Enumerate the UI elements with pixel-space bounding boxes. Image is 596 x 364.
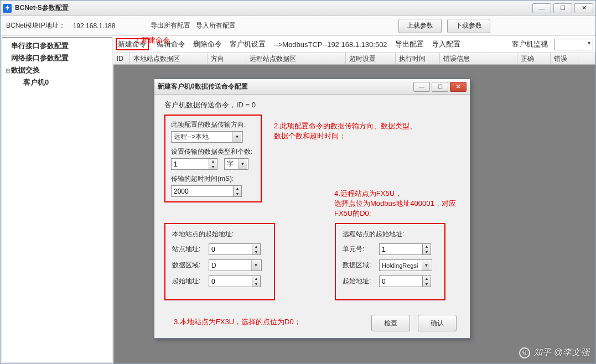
monitor-select[interactable] xyxy=(554,39,593,50)
export-all-link[interactable]: 导出所有配置 xyxy=(151,21,190,30)
dialog-maximize-button[interactable]: ☐ xyxy=(432,82,448,92)
ok-button[interactable]: 确认 xyxy=(418,315,457,331)
local-area-label: 数据区域: xyxy=(172,261,205,270)
ip-value: 192.168.1.188 xyxy=(73,22,116,30)
connection-info: -->ModbusTCP--192.168.1.130:502 xyxy=(273,40,387,49)
col-timeout: 超时设置 xyxy=(346,53,396,64)
annotation-4: 4.远程站点为FX5U， 选择点位为Modbus地址400001，对应FX5U的… xyxy=(334,189,462,219)
remote-header: 远程站点的起始地址: xyxy=(343,230,438,239)
type-label: 设置传输的数据类型和个数: xyxy=(171,147,255,157)
delete-command[interactable]: 删除命令 xyxy=(193,39,222,49)
timeout-down-icon[interactable]: ▼ xyxy=(234,191,241,197)
app-icon: ✦ xyxy=(3,4,12,13)
local-area-select[interactable]: D xyxy=(209,259,262,271)
direction-select[interactable]: 远程-->本地 xyxy=(171,131,243,143)
ip-label: BCNet模块IP地址： xyxy=(6,21,65,30)
dialog: 新建客户机0数据传送命令配置 — ☐ ✕ 客户机数据传送命令，ID = 0 此项… xyxy=(154,79,470,339)
local-header: 本地站点的起始地址: xyxy=(172,230,267,239)
collapse-icon[interactable]: ⊟ xyxy=(4,67,11,74)
dialog-minimize-button[interactable]: — xyxy=(413,82,430,92)
local-start-field[interactable] xyxy=(209,275,252,287)
window-title: BCNet-S参数配置 xyxy=(15,3,69,13)
download-button[interactable]: 下载参数 xyxy=(447,19,490,33)
remote-area-select[interactable]: HoldingRegsi xyxy=(379,259,432,271)
col-error: 错误 xyxy=(551,53,578,64)
monitor-label: 客户机监视 xyxy=(512,39,548,49)
remote-start-input[interactable]: ▲▼ xyxy=(379,275,432,287)
dialog-titlebar: 新建客户机0数据传送命令配置 — ☐ ✕ xyxy=(154,79,470,95)
dialog-title: 新建客户机0数据传送命令配置 xyxy=(158,82,248,91)
remote-unit-input[interactable]: ▲▼ xyxy=(379,243,432,255)
count-field[interactable] xyxy=(171,158,209,170)
dialog-caption: 客户机数据传送命令，ID = 0 xyxy=(164,100,460,110)
export-config[interactable]: 导出配置 xyxy=(395,39,424,49)
toolbar: BCNet模块IP地址： 192.168.1.188 导出所有配置 导入所有配置… xyxy=(1,16,595,36)
local-group: 本地站点的起始地址: 站点地址: ▲▼ 数据区域: D 起始地址: xyxy=(164,223,275,300)
close-button[interactable]: ✕ xyxy=(574,3,593,13)
count-down-icon[interactable]: ▼ xyxy=(209,164,217,170)
remote-unit-field[interactable] xyxy=(379,243,422,255)
watermark: 知 知乎 @李文强 xyxy=(519,347,589,358)
count-input[interactable]: ▲▼ xyxy=(171,158,219,170)
local-site-input[interactable]: ▲▼ xyxy=(209,243,262,255)
check-button[interactable]: 检查 xyxy=(371,315,410,331)
direction-group: 此项配置的数据传输方向: 远程-->本地 设置传输的数据类型和个数: ▲▼ 字 … xyxy=(164,115,262,202)
local-site-field[interactable] xyxy=(209,243,252,255)
sidebar-tree: 串行接口参数配置 网络接口参数配置 ⊟数据交换 客户机0 xyxy=(2,37,112,362)
annotation-1: 1.新建命令 xyxy=(135,35,170,45)
client-settings[interactable]: 客户机设置 xyxy=(230,39,266,49)
col-exec-time: 执行时间 xyxy=(396,53,440,64)
local-start-input[interactable]: ▲▼ xyxy=(209,275,262,287)
annotation-3: 3.本地站点为FX3U，选择的点位为D0； xyxy=(174,317,301,327)
dialog-close-button[interactable]: ✕ xyxy=(450,82,467,92)
remote-group: 远程站点的起始地址: 单元号: ▲▼ 数据区域: HoldingRegsi 起始… xyxy=(335,223,445,300)
remote-start-field[interactable] xyxy=(379,275,422,287)
timeout-up-icon[interactable]: ▲ xyxy=(234,186,241,191)
type-select[interactable]: 字 xyxy=(224,158,248,170)
local-site-label: 站点地址: xyxy=(172,245,205,254)
import-all-link[interactable]: 导入所有配置 xyxy=(196,21,236,30)
tree-item-client0[interactable]: 客户机0 xyxy=(3,76,111,89)
local-start-label: 起始地址: xyxy=(172,277,205,286)
timeout-input[interactable]: ▲▼ xyxy=(171,185,243,197)
minimize-button[interactable]: — xyxy=(532,3,551,13)
upload-button[interactable]: 上载参数 xyxy=(398,19,442,33)
timeout-field[interactable] xyxy=(171,185,233,197)
zhihu-icon: 知 xyxy=(519,347,530,358)
annotation-2: 2.此项配置命令的数据传输方向、数据类型、数据个数和超时时间； xyxy=(274,121,418,141)
direction-label: 此项配置的数据传输方向: xyxy=(171,120,255,129)
col-local-area: 本地站点数据区 xyxy=(130,53,208,64)
remote-unit-label: 单元号: xyxy=(343,245,376,254)
count-up-icon[interactable]: ▲ xyxy=(209,159,217,164)
remote-start-label: 起始地址: xyxy=(343,277,376,286)
col-correct: 正确 xyxy=(517,53,551,64)
tree-item-data-exchange[interactable]: ⊟数据交换 xyxy=(3,64,111,76)
command-bar: 新建命令 编辑命令 删除命令 客户机设置 -->ModbusTCP--192.1… xyxy=(113,36,595,53)
titlebar: ✦ BCNet-S参数配置 — ☐ ✕ xyxy=(1,1,595,16)
maximize-button[interactable]: ☐ xyxy=(553,3,572,13)
tree-item-network[interactable]: 网络接口参数配置 xyxy=(3,52,111,64)
grid-header: ID 本地站点数据区 方向 远程站点数据区 超时设置 执行时间 错误信息 正确 … xyxy=(113,53,595,65)
col-remote-area: 远程站点数据区 xyxy=(246,53,346,64)
timeout-label: 传输的超时时间(mS): xyxy=(171,174,255,184)
import-config[interactable]: 导入配置 xyxy=(432,39,460,49)
remote-area-label: 数据区域: xyxy=(343,261,376,270)
col-error-info: 错误信息 xyxy=(440,53,517,64)
tree-item-serial[interactable]: 串行接口参数配置 xyxy=(3,40,111,52)
col-direction: 方向 xyxy=(208,53,246,64)
col-id: ID xyxy=(113,53,130,64)
